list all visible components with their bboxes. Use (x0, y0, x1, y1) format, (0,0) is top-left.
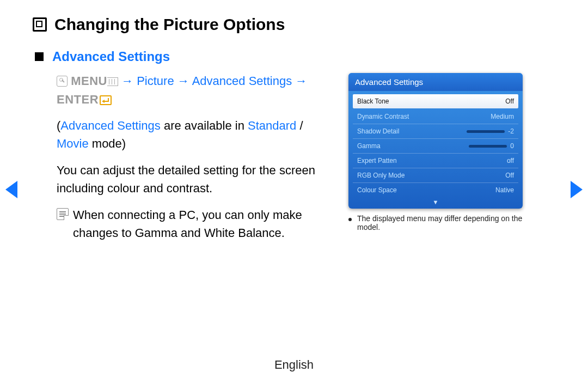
page-title: Changing the Picture Options (54, 15, 285, 34)
note-row: When connecting a PC, you can only make … (57, 206, 338, 242)
txt: are available in (161, 119, 248, 132)
osd-caption: The displayed menu may differ depending … (348, 214, 523, 231)
osd-more-indicator: ▼ (348, 198, 523, 205)
osd-title: Advanced Settings (348, 73, 523, 91)
osd-row-label: Dynamic Contrast (357, 113, 409, 120)
note-text: When connecting a PC, you can only make … (73, 206, 338, 242)
page-title-row: Changing the Picture Options (33, 15, 555, 34)
square-bullet-icon (35, 52, 44, 61)
path-arrow-3: → (295, 74, 307, 88)
path-picture: Picture (137, 74, 174, 88)
description-paragraph: You can adjust the detailed setting for … (57, 161, 338, 197)
osd-row-label: Shadow Detail (357, 127, 399, 135)
osd-row[interactable]: RGB Only ModeOff (353, 168, 518, 183)
osd-row[interactable]: Expert Pattenoff (353, 154, 518, 168)
osd-row-value: Off (505, 172, 514, 179)
path-menu: MENU (71, 74, 107, 88)
next-page-arrow[interactable] (571, 181, 583, 198)
path-arrow-2: → (177, 74, 189, 88)
txt: and (177, 226, 204, 240)
osd-row-value: Native (495, 186, 514, 194)
navigation-path: MENU → Picture → Advanced Settings → ENT… (57, 72, 338, 109)
osd-row[interactable]: Gamma0 (353, 139, 518, 154)
osd-slider[interactable]: -2 (467, 127, 514, 135)
path-advanced: Advanced Settings (192, 74, 292, 88)
osd-row-value: Medium (491, 113, 514, 120)
osd-row-value: 0 (510, 142, 514, 150)
osd-row-label: Black Tone (357, 97, 389, 105)
path-enter: ENTER (57, 93, 99, 106)
osd-row[interactable]: Dynamic ContrastMedium (353, 109, 518, 124)
osd-row-label: RGB Only Mode (357, 172, 405, 179)
mode-adv: Advanced Settings (60, 119, 160, 132)
prev-page-arrow[interactable] (5, 181, 17, 198)
path-arrow-1: → (121, 74, 133, 88)
section-heading-row: Advanced Settings (35, 49, 555, 64)
osd-caption-text: The displayed menu may differ depending … (357, 214, 523, 231)
note-gamma: Gamma (135, 226, 177, 240)
section-heading: Advanced Settings (52, 49, 170, 64)
osd-row[interactable]: Colour SpaceNative (353, 183, 518, 197)
txt: mode) (89, 137, 126, 150)
note-icon (57, 208, 69, 220)
osd-row-label: Gamma (357, 142, 381, 150)
osd-body: Black ToneOffDynamic ContrastMediumShado… (348, 91, 523, 198)
txt: . (281, 226, 285, 240)
osd-row[interactable]: Black ToneOff (353, 94, 518, 108)
osd-row-value: Off (505, 97, 514, 105)
caption-bullet-icon (348, 218, 352, 221)
txt: / (296, 119, 303, 132)
osd-slider[interactable]: 0 (469, 142, 514, 150)
body-text-column: MENU → Picture → Advanced Settings → ENT… (33, 72, 338, 242)
osd-row-label: Colour Space (357, 186, 397, 194)
title-bullet-icon (33, 17, 47, 32)
menu-icon (107, 77, 118, 86)
osd-row-value: off (507, 157, 514, 164)
osd-row[interactable]: Shadow Detail-2 (353, 124, 518, 139)
tools-icon (57, 76, 68, 87)
mode-standard: Standard (248, 119, 296, 132)
mode-movie: Movie (57, 137, 89, 150)
enter-icon (100, 95, 112, 105)
osd-row-label: Expert Patten (357, 157, 397, 164)
mode-availability-line: (Advanced Settings are available in Stan… (57, 117, 338, 153)
footer-language: English (0, 358, 588, 372)
note-white-balance: White Balance (204, 226, 281, 240)
osd-row-value: -2 (508, 127, 514, 135)
osd-panel: Advanced Settings Black ToneOffDynamic C… (348, 73, 523, 209)
